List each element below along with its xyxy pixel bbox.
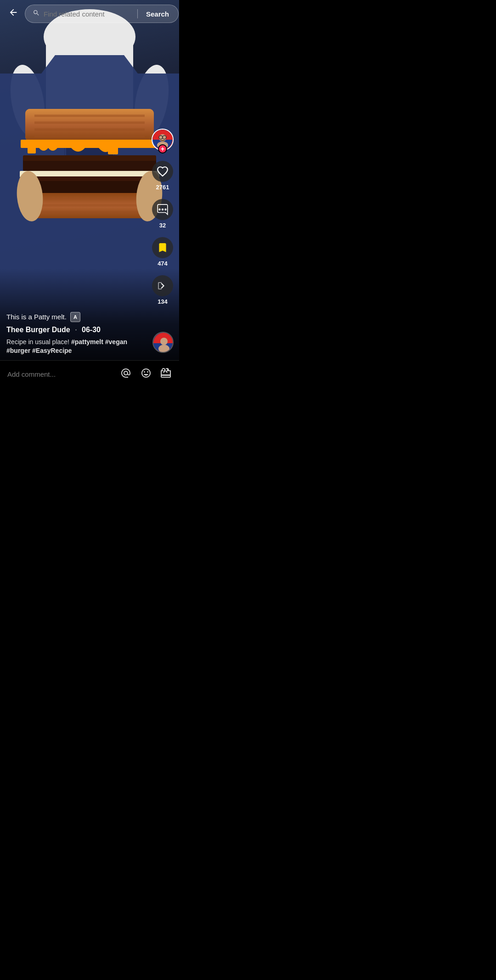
comment-icons <box>120 368 172 381</box>
caption-line: This is a Patty melt. A <box>6 312 141 322</box>
burger-svg <box>16 107 163 226</box>
burger-image <box>9 46 170 287</box>
svg-rect-14 <box>108 147 118 154</box>
bookmark-count: 474 <box>158 260 168 267</box>
bookmark-icon <box>152 237 173 258</box>
page-wrapper: Search <box>0 0 179 388</box>
like-count: 2761 <box>156 184 169 191</box>
hashtag-pattymelt[interactable]: #pattymelt <box>71 338 103 346</box>
comment-action[interactable]: 32 <box>152 199 173 229</box>
date-separator: · <box>75 326 77 334</box>
svg-rect-16 <box>23 155 156 161</box>
at-icon[interactable] <box>120 368 131 381</box>
comment-count: 32 <box>159 222 166 229</box>
svg-rect-17 <box>20 171 159 177</box>
search-input[interactable] <box>44 10 131 18</box>
emoji-icon[interactable] <box>141 368 152 381</box>
floating-avatar[interactable] <box>152 332 174 353</box>
svg-rect-19 <box>23 176 156 181</box>
bookmark-action[interactable]: 474 <box>152 237 173 267</box>
post-date: 06-30 <box>82 326 101 334</box>
share-action[interactable]: 134 <box>152 275 173 305</box>
svg-rect-13 <box>28 147 36 153</box>
caption-text: This is a Patty melt. <box>6 313 67 321</box>
hashtag-burger[interactable]: #burger <box>6 347 30 354</box>
like-icon <box>152 161 173 182</box>
search-divider <box>137 9 138 18</box>
hashtag-line: Recipe in usual place! #pattymelt #vegan… <box>6 338 141 356</box>
hashtag-easyrecipe[interactable]: #EasyRecipe <box>32 347 72 354</box>
avatar-container: + <box>152 129 174 151</box>
username-line[interactable]: Thee Burger Dude · 06-30 <box>6 326 141 334</box>
svg-rect-12 <box>21 140 158 148</box>
like-action[interactable]: 2761 <box>152 161 173 191</box>
svg-point-38 <box>158 345 169 353</box>
comment-icon <box>152 199 173 220</box>
share-count: 134 <box>158 298 168 305</box>
search-input-container[interactable]: Search <box>25 5 179 23</box>
hashtag-vegan[interactable]: #vegan <box>105 338 127 346</box>
svg-point-34 <box>162 209 163 210</box>
profile-action[interactable]: + <box>152 129 174 153</box>
auto-caption-badge: A <box>70 312 80 322</box>
follow-button[interactable]: + <box>158 144 167 153</box>
gift-icon[interactable] <box>161 368 172 381</box>
content-overlay: This is a Patty melt. A Thee Burger Dude… <box>0 312 147 356</box>
action-buttons: + 2761 32 <box>152 129 174 305</box>
search-bar: Search <box>0 0 179 28</box>
svg-point-33 <box>158 209 160 210</box>
username: Thee Burger Dude <box>6 326 70 334</box>
svg-point-37 <box>160 338 168 345</box>
search-button[interactable]: Search <box>144 10 171 18</box>
svg-point-35 <box>164 209 166 210</box>
back-button[interactable] <box>6 6 20 22</box>
comment-input[interactable]: Add comment... <box>7 370 111 378</box>
search-icon <box>33 9 40 18</box>
comment-bar: Add comment... <box>0 360 179 388</box>
share-icon <box>152 275 173 296</box>
